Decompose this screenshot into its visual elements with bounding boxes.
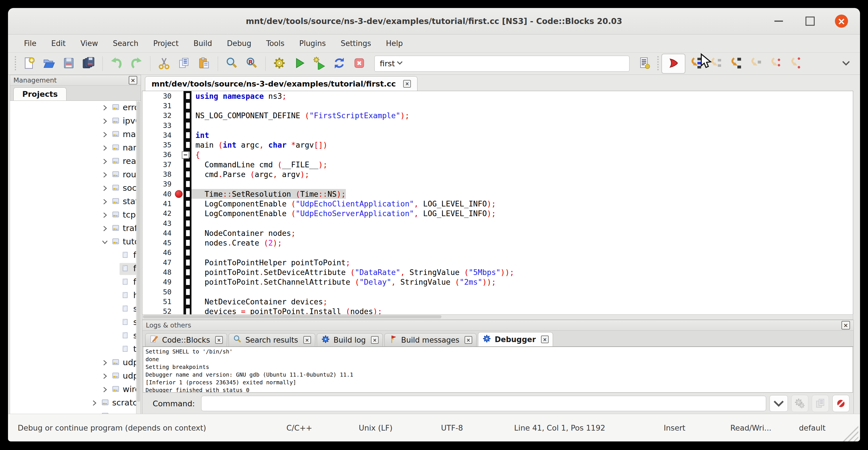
line-number[interactable]: 36	[143, 150, 174, 160]
chevron-right-icon[interactable]	[101, 171, 109, 179]
line-number[interactable]: 42	[143, 209, 174, 218]
breakpoint-icon[interactable]	[175, 190, 183, 198]
breakpoint-margin[interactable]	[174, 297, 183, 306]
breakpoint-margin[interactable]	[174, 258, 183, 267]
tree-item-fo[interactable]: fo	[10, 276, 141, 289]
log-tab-build-messages[interactable]: Build messages×	[384, 333, 476, 347]
chevron-right-icon[interactable]	[101, 386, 109, 393]
tree-item-six[interactable]: six	[10, 330, 141, 342]
management-close-button[interactable]: ×	[129, 76, 137, 85]
breakpoint-margin[interactable]	[174, 277, 183, 287]
editor-tab-close-button[interactable]: ×	[403, 80, 411, 88]
tree-item-udp-[interactable]: udp-	[10, 370, 141, 383]
tree-item-src[interactable]: src	[10, 410, 141, 414]
logs-close-button[interactable]: ×	[841, 321, 850, 330]
code-editor[interactable]: 30using namespace ns3;3132NS_LOG_COMPONE…	[142, 91, 853, 315]
log-tab-close-button[interactable]: ×	[371, 336, 379, 344]
build-and-run-button[interactable]	[309, 55, 329, 73]
menu-debug[interactable]: Debug	[219, 39, 259, 48]
chevron-right-icon[interactable]	[101, 198, 109, 206]
chevron-right-icon[interactable]	[101, 225, 109, 233]
editor-tab-first-cc[interactable]: mnt/dev/tools/source/ns-3-dev/examples/t…	[145, 76, 417, 91]
menu-tools[interactable]: Tools	[259, 39, 292, 48]
build-target-combobox[interactable]: first	[374, 56, 629, 72]
tree-item-wire[interactable]: wire	[10, 383, 141, 396]
undo-button[interactable]	[106, 55, 126, 73]
resize-grip-icon[interactable]	[840, 423, 858, 442]
run-to-cursor-button[interactable]	[685, 55, 705, 73]
find-button[interactable]	[222, 55, 242, 73]
chevron-right-icon[interactable]	[101, 372, 109, 380]
tree-item-fir-selected[interactable]: fir	[10, 262, 141, 275]
breakpoint-margin[interactable]	[174, 199, 183, 208]
tree-item-fif[interactable]: fif	[10, 249, 141, 262]
build-button[interactable]	[269, 55, 289, 73]
log-tab-close-button[interactable]: ×	[541, 335, 549, 343]
breakpoint-margin[interactable]	[174, 209, 183, 218]
chevron-right-icon[interactable]	[91, 399, 98, 407]
breakpoint-margin[interactable]	[174, 248, 183, 258]
toolbar-overflow-button[interactable]	[836, 55, 856, 73]
tree-item-se[interactable]: se	[10, 303, 141, 316]
line-number[interactable]: 41	[143, 199, 174, 208]
line-number[interactable]: 34	[143, 130, 174, 140]
paste-button[interactable]	[194, 55, 214, 73]
tree-item-erro[interactable]: erro	[10, 101, 141, 115]
rebuild-button[interactable]	[329, 55, 349, 73]
breakpoint-margin[interactable]	[174, 218, 183, 228]
save-all-button[interactable]	[79, 55, 99, 73]
close-button[interactable]: ×	[835, 14, 848, 28]
breakpoint-margin[interactable]	[174, 287, 183, 297]
fold-marker-icon[interactable]	[182, 151, 189, 159]
copy-log-button[interactable]	[812, 395, 829, 412]
cut-button[interactable]	[154, 55, 174, 73]
tree-item-realt[interactable]: realt	[10, 155, 141, 168]
tree-item-nam[interactable]: nam	[10, 142, 141, 155]
breakpoint-margin[interactable]	[174, 267, 183, 277]
log-tab-close-button[interactable]: ×	[303, 336, 311, 344]
log-tab-build-log[interactable]: Build log×	[317, 333, 383, 347]
menu-help[interactable]: Help	[379, 39, 410, 48]
command-input[interactable]	[201, 396, 766, 411]
next-line-button[interactable]	[705, 55, 725, 73]
log-tab-debugger[interactable]: Debugger×	[478, 332, 553, 347]
line-number[interactable]: 49	[143, 277, 174, 287]
line-number[interactable]: 33	[143, 120, 174, 130]
chevron-right-icon[interactable]	[101, 145, 109, 152]
copy-button[interactable]	[174, 55, 194, 73]
menu-file[interactable]: File	[17, 39, 44, 48]
line-number[interactable]: 35	[143, 140, 174, 150]
tree-item-stats[interactable]: stats	[10, 195, 141, 208]
menu-settings[interactable]: Settings	[333, 39, 379, 48]
menu-search[interactable]: Search	[105, 39, 146, 48]
menu-plugins[interactable]: Plugins	[292, 39, 333, 48]
menu-view[interactable]: View	[73, 39, 105, 48]
editor-scrollbar-thumb[interactable]	[143, 315, 441, 318]
tree-item-se[interactable]: se	[10, 316, 141, 329]
tree-scrollbar-thumb[interactable]	[137, 101, 140, 402]
tree-item-sock[interactable]: sock	[10, 182, 141, 195]
line-number[interactable]: 30	[143, 91, 174, 101]
chevron-right-icon[interactable]	[101, 359, 109, 367]
open-file-button[interactable]	[39, 55, 59, 73]
tree-item-traff[interactable]: traff	[10, 222, 141, 235]
breakpoint-margin[interactable]	[174, 228, 183, 238]
line-number[interactable]: 37	[143, 160, 174, 169]
debugging-windows-button[interactable]	[634, 55, 655, 73]
line-number[interactable]: 48	[143, 267, 174, 277]
new-file-button[interactable]	[19, 55, 39, 73]
tree-item-th[interactable]: th	[10, 343, 141, 356]
run-button[interactable]	[289, 55, 309, 73]
step-into-button[interactable]	[725, 55, 745, 73]
debugger-settings-button[interactable]	[791, 395, 808, 412]
menu-build[interactable]: Build	[186, 39, 219, 48]
breakpoint-margin[interactable]	[174, 189, 183, 199]
line-number[interactable]: 52	[143, 307, 174, 315]
line-number[interactable]: 50	[143, 287, 174, 297]
line-number[interactable]: 32	[143, 111, 174, 120]
line-number[interactable]: 40	[143, 189, 174, 199]
tree-vertical-scrollbar[interactable]	[136, 101, 141, 414]
line-number[interactable]: 44	[143, 228, 174, 238]
line-number[interactable]: 38	[143, 169, 174, 179]
step-into-instruction-button[interactable]	[785, 55, 805, 73]
